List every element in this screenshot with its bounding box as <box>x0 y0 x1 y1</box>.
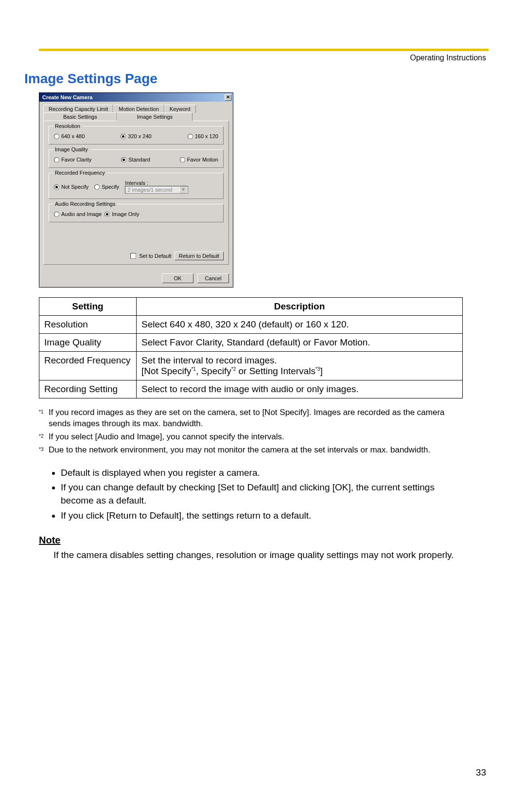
tab-basic-settings[interactable]: Basic Settings <box>43 112 117 121</box>
page-title: Image Settings Page <box>24 71 489 87</box>
radio-not-specify[interactable]: Not Specify <box>54 184 88 190</box>
tab-image-settings[interactable]: Image Settings <box>117 112 192 121</box>
page-number: 33 <box>476 767 486 778</box>
image-quality-group: Favor Clarity Standard Favor Motion <box>49 149 224 168</box>
col-description: Description <box>137 298 463 316</box>
set-to-default-label: Set to Default <box>139 253 172 259</box>
table-header-row: Setting Description <box>39 298 463 316</box>
dialog-title: Create New Camera <box>42 94 92 100</box>
footnote: *2If you select [Audio and Image], you c… <box>39 432 463 443</box>
table-row: Resolution Select 640 x 480, 320 x 240 (… <box>39 316 463 334</box>
cell-description: Select Favor Clarity, Standard (default)… <box>137 334 463 352</box>
footnote: *1If you record images as they are set o… <box>39 407 463 430</box>
radio-image-only[interactable]: Image Only <box>105 211 139 217</box>
header-rule <box>39 49 489 51</box>
header-right: Operating Instructions <box>24 54 486 62</box>
cell-description: Set the interval to record images. [Not … <box>137 352 463 380</box>
radio-160x120[interactable]: 160 x 120 <box>188 133 218 139</box>
table-row: Image Quality Select Favor Clarity, Stan… <box>39 334 463 352</box>
radio-label: Favor Clarity <box>61 157 91 162</box>
cell-setting: Recording Setting <box>39 380 137 398</box>
audio-recording-group: Audio and Image Image Only <box>49 204 224 222</box>
radio-label: Standard <box>128 157 150 162</box>
bullet-list: Default is displayed when you register a… <box>51 467 464 522</box>
list-item: Default is displayed when you register a… <box>61 467 450 480</box>
dialog-titlebar: Create New Camera ✕ <box>39 93 233 102</box>
radio-label: 320 x 240 <box>128 133 151 139</box>
radio-label: Favor Motion <box>187 157 218 162</box>
table-row: Recorded Frequency Set the interval to r… <box>39 352 463 380</box>
radio-favor-clarity[interactable]: Favor Clarity <box>54 157 91 162</box>
radio-640x480[interactable]: 640 x 480 <box>54 133 85 139</box>
intervals-dropdown[interactable]: 2 images/1 second <box>125 186 188 194</box>
col-setting: Setting <box>39 298 137 316</box>
radio-label: 640 x 480 <box>61 133 85 139</box>
footnote: *3Due to the network environment, you ma… <box>39 445 463 456</box>
radio-label: Audio and Image <box>61 211 102 217</box>
radio-label: Not Specify <box>61 184 88 190</box>
return-to-default-button[interactable]: Return to Default <box>175 252 224 260</box>
radio-favor-motion[interactable]: Favor Motion <box>180 157 218 162</box>
cancel-button[interactable]: Cancel <box>197 273 229 283</box>
recorded-frequency-group: Not Specify Specify Intervals : 2 images… <box>49 173 224 199</box>
list-item: If you can change default by checking [S… <box>61 481 450 507</box>
intervals-label: Intervals : <box>125 180 188 186</box>
tab-motion-detection[interactable]: Motion Detection <box>113 105 164 113</box>
radio-label: Image Only <box>112 211 139 217</box>
radio-label: 160 x 120 <box>195 133 218 139</box>
list-item: If you click [Return to Default], the se… <box>61 509 450 523</box>
cell-setting: Resolution <box>39 316 137 334</box>
radio-label: Specify <box>102 184 119 190</box>
tab-recording-capacity-limit[interactable]: Recording Capacity Limit <box>43 105 113 113</box>
set-to-default-checkbox[interactable] <box>130 253 136 259</box>
note-body: If the camera disables setting changes, … <box>53 549 462 561</box>
ok-button[interactable]: OK <box>162 273 193 283</box>
note-heading: Note <box>39 535 489 546</box>
cell-description: Select to record the image with audio or… <box>137 380 463 398</box>
resolution-group: 640 x 480 320 x 240 160 x 120 <box>49 126 224 144</box>
cell-description: Select 640 x 480, 320 x 240 (default) or… <box>137 316 463 334</box>
cell-setting: Image Quality <box>39 334 137 352</box>
radio-audio-and-image[interactable]: Audio and Image <box>54 211 102 217</box>
cell-setting: Recorded Frequency <box>39 352 137 380</box>
radio-specify[interactable]: Specify <box>94 184 119 190</box>
footnotes: *1If you record images as they are set o… <box>39 407 463 456</box>
tab-keyword[interactable]: Keyword <box>164 105 196 113</box>
settings-table: Setting Description Resolution Select 64… <box>39 297 463 398</box>
dialog-create-new-camera: Create New Camera ✕ Recording Capacity L… <box>39 92 233 288</box>
radio-320x240[interactable]: 320 x 240 <box>121 133 151 139</box>
close-icon[interactable]: ✕ <box>225 94 231 101</box>
table-row: Recording Setting Select to record the i… <box>39 380 463 398</box>
radio-standard[interactable]: Standard <box>121 157 150 162</box>
